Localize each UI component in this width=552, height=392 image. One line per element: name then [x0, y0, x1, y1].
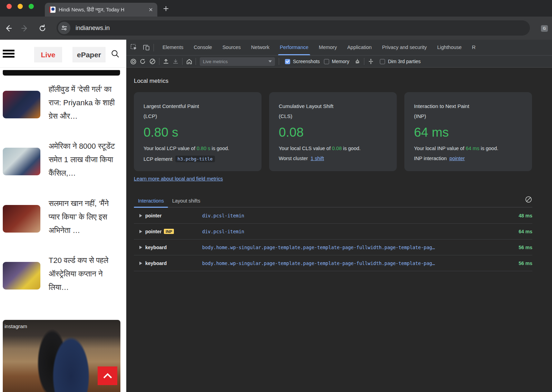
photo-source-label: instagram [4, 323, 27, 329]
article-item[interactable]: अमेरिका ने 8000 स्टूडेंट समेत 1 लाख वीजा… [3, 141, 124, 186]
expand-arrow-icon[interactable] [139, 246, 142, 249]
expand-arrow-icon[interactable] [139, 230, 142, 233]
tab-recorder-truncated[interactable]: R [467, 40, 481, 55]
site-settings-icon[interactable] [58, 22, 70, 34]
interactions-list: pointer div.pcsl-itemin 48 ms pointer IN… [134, 208, 532, 271]
extension-icon[interactable]: G [541, 25, 548, 32]
interaction-row[interactable]: keyboard body.home.wp-singular.page-temp… [134, 239, 532, 255]
interaction-duration: 64 ms [519, 229, 532, 234]
lcp-card: Largest Contentful Paint (LCP) 0.80 s Yo… [134, 92, 262, 171]
interaction-selector: body.home.wp-singular.page-template.page… [202, 261, 494, 266]
minimize-window-button[interactable] [18, 4, 23, 9]
article-thumbnail [3, 91, 40, 118]
screenshots-checkbox[interactable] [285, 59, 290, 64]
scroll-to-top-button[interactable] [98, 366, 117, 385]
paint-brush-icon[interactable] [353, 57, 362, 66]
expand-arrow-icon[interactable] [139, 214, 142, 217]
clear-interactions-icon[interactable] [525, 196, 532, 203]
tab-close-icon[interactable] [148, 7, 154, 13]
worst-cluster-link[interactable]: 1 shift [310, 156, 324, 161]
lcp-description: Your local LCP value of 0.80 s is good. [144, 146, 252, 151]
cls-card: Cumulative Layout Shift (CLS) 0.08 Your … [269, 92, 397, 171]
home-icon[interactable] [184, 57, 194, 66]
inp-value: 64 ms [414, 125, 522, 140]
featured-photo[interactable]: instagram [3, 320, 120, 392]
site-header: Live ePaper [0, 40, 126, 68]
clear-icon[interactable] [148, 57, 157, 66]
search-icon[interactable] [111, 49, 120, 58]
interaction-type: pointer [145, 213, 161, 218]
close-window-button[interactable] [7, 4, 12, 9]
inp-description: Your local INP value of 64 ms is good. [414, 146, 522, 151]
memory-label: Memory [332, 59, 349, 64]
expand-arrow-icon[interactable] [139, 262, 142, 265]
cls-inline-value: 0.08 [332, 146, 342, 151]
live-metrics-dropdown[interactable]: Live metrics [200, 57, 275, 66]
lcp-element-selector[interactable]: h3.pcbg-title [175, 156, 215, 162]
url-text: indianews.in [76, 24, 110, 32]
cls-card-title: Cumulative Layout Shift [279, 101, 387, 111]
device-toolbar-icon[interactable] [142, 44, 150, 51]
interaction-row[interactable]: keyboard body.home.wp-singular.page-temp… [134, 255, 532, 271]
tab-performance[interactable]: Performance [275, 40, 314, 55]
article-item[interactable]: T20 वर्ल्ड कप से पहले ऑस्ट्रेलिया कप्तान… [3, 255, 124, 300]
metric-cards: Largest Contentful Paint (LCP) 0.80 s Yo… [134, 92, 532, 170]
inspect-element-icon[interactable] [130, 44, 138, 51]
worst-cluster-label: Worst cluster [279, 156, 308, 161]
learn-more-link[interactable]: Learn more about local and field metrics [134, 176, 223, 182]
tab-interactions[interactable]: Interactions [134, 196, 168, 207]
cls-description: Your local CLS value of 0.08 is good. [279, 146, 387, 151]
maximize-window-button[interactable] [29, 4, 34, 9]
tab-privacy-and-security[interactable]: Privacy and security [377, 40, 432, 55]
tab-application[interactable]: Application [342, 40, 377, 55]
article-item[interactable]: हॉलीवुड में ‘देसी गर्ल’ का राज: Priyanka… [3, 84, 124, 129]
interaction-row[interactable]: pointer INP div.pcsl-itemin 64 ms [134, 224, 532, 239]
memory-checkbox[interactable] [324, 59, 329, 64]
lcp-element-label: LCP element [144, 156, 172, 162]
save-profile-icon[interactable] [171, 57, 180, 66]
menu-icon[interactable] [3, 50, 14, 58]
interaction-duration: 56 ms [519, 261, 532, 266]
load-profile-icon[interactable] [161, 57, 171, 66]
article-headline[interactable]: हॉलीवुड में ‘देसी गर्ल’ का राज: Priyanka… [49, 82, 116, 129]
inp-card: Interaction to Next Paint (INP) 64 ms Yo… [404, 92, 532, 171]
tab-layout-shifts[interactable]: Layout shifts [168, 196, 204, 207]
article-headline[interactable]: T20 वर्ल्ड कप से पहले ऑस्ट्रेलिया कप्तान… [49, 254, 116, 300]
collect-garbage-icon[interactable] [366, 57, 376, 66]
interaction-row[interactable]: pointer div.pcsl-itemin 48 ms [134, 208, 532, 224]
lcp-card-abbr: (LCP) [144, 111, 252, 121]
record-and-reload-icon[interactable] [138, 57, 148, 66]
tab-sources[interactable]: Sources [217, 40, 246, 55]
browser-window: Hindi News, हिंदी न्यूज़, Today H indian [0, 0, 552, 392]
site-favicon [49, 7, 56, 13]
dim-3rd-parties-checkbox[interactable] [380, 59, 385, 64]
forward-button[interactable] [20, 23, 30, 33]
interaction-type: keyboard [145, 261, 167, 266]
inp-interaction-link[interactable]: pointer [450, 156, 465, 161]
interaction-type: pointer [145, 229, 161, 234]
live-button[interactable]: Live [34, 47, 62, 62]
tab-console[interactable]: Console [188, 40, 217, 55]
epaper-button[interactable]: ePaper [72, 47, 106, 62]
tab-title: Hindi News, हिंदी न्यूज़, Today H [59, 7, 148, 13]
new-tab-button[interactable] [161, 4, 170, 13]
reload-button[interactable] [37, 23, 48, 33]
interaction-duration: 48 ms [519, 213, 532, 218]
address-bar[interactable]: indianews.in [57, 20, 530, 36]
interaction-selector: body.home.wp-singular.page-template.page… [202, 245, 494, 250]
lcp-inline-value: 0.80 s [197, 146, 210, 151]
tab-memory[interactable]: Memory [314, 40, 342, 55]
article-item[interactable]: सलमान खान नहीं, ‘मैंने प्यार किया’ के लि… [3, 198, 124, 243]
interaction-selector: div.pcsl-itemin [202, 229, 494, 234]
tab-lighthouse[interactable]: Lighthouse [432, 40, 467, 55]
article-headline[interactable]: अमेरिका ने 8000 स्टूडेंट समेत 1 लाख वीजा… [49, 139, 116, 186]
back-button[interactable] [3, 23, 13, 33]
interaction-duration: 56 ms [519, 245, 532, 250]
tab-network[interactable]: Network [246, 40, 275, 55]
article-headline[interactable]: सलमान खान नहीं, ‘मैंने प्यार किया’ के लि… [49, 197, 116, 243]
local-metrics-heading: Local metrics [134, 78, 168, 85]
tab-elements[interactable]: Elements [157, 40, 188, 55]
record-icon[interactable] [128, 57, 138, 66]
article-thumbnail [3, 205, 40, 233]
browser-tab[interactable]: Hindi News, हिंदी न्यूज़, Today H [45, 3, 157, 17]
